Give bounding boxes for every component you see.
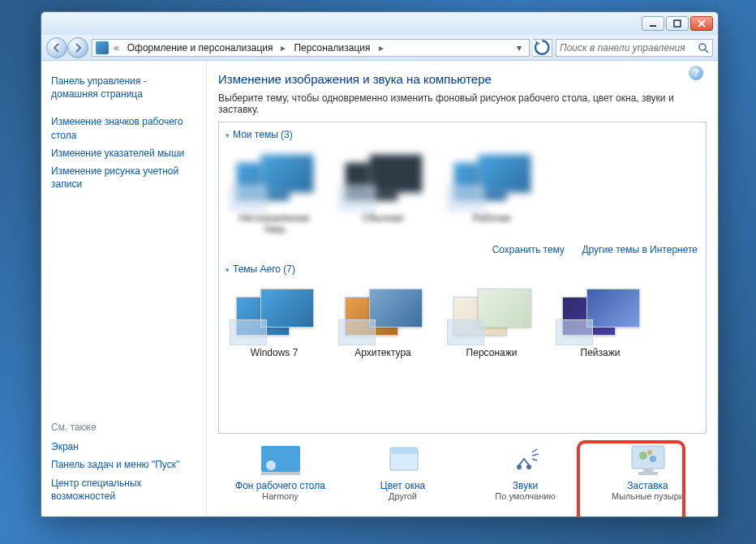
svg-point-12 — [650, 456, 656, 462]
control-panel-home-link[interactable]: Панель управления -домашняя страница — [51, 72, 196, 103]
svg-rect-5 — [261, 472, 300, 475]
see-also-heading: См. также — [51, 422, 196, 433]
svg-point-13 — [647, 450, 652, 455]
bottom-settings-bar: Фон рабочего стола Harmony Цвет окна Дру… — [218, 434, 718, 510]
color-icon — [380, 443, 426, 478]
titlebar — [41, 12, 718, 35]
theme-label: Персонажи — [466, 347, 518, 358]
sublabel: Harmony — [262, 491, 299, 501]
address-dropdown[interactable]: ▾ — [513, 42, 526, 54]
theme-label: Архитектура — [354, 347, 411, 358]
online-themes-link[interactable]: Другие темы в Интернете — [582, 244, 698, 255]
svg-rect-7 — [390, 448, 418, 454]
theme-label: Обычная — [363, 212, 404, 224]
svg-point-11 — [639, 452, 647, 460]
change-desktop-icons-link[interactable]: Изменение значков рабочегостола — [51, 113, 196, 143]
my-themes-header[interactable]: Мои темы (3) — [226, 129, 699, 140]
svg-point-9 — [526, 465, 531, 469]
aero-themes-header[interactable]: Темы Aero (7) — [226, 263, 699, 275]
label: Звуки — [513, 480, 538, 491]
theme-landscapes[interactable]: Пейзажи — [552, 278, 649, 362]
page-description: Выберите тему, чтобы одновременно измени… — [218, 92, 718, 115]
themes-listbox[interactable]: Мои темы (3) Несохраненная тема Обычная … — [218, 122, 707, 434]
svg-rect-1 — [674, 20, 681, 27]
help-icon[interactable]: ? — [689, 66, 703, 80]
theme-item[interactable]: Рабочая — [443, 143, 540, 239]
refresh-button[interactable] — [533, 39, 552, 57]
breadcrumb-prefix: « — [112, 42, 121, 54]
svg-point-2 — [699, 44, 706, 50]
theme-label: Пейзажи — [581, 347, 621, 358]
change-account-picture-link[interactable]: Изменение рисунка учетнойзаписи — [51, 162, 196, 193]
wallpaper-icon — [258, 443, 303, 478]
screensaver-icon — [625, 443, 671, 478]
theme-item[interactable]: Обычная — [334, 143, 432, 239]
maximize-button[interactable] — [666, 16, 689, 31]
ease-of-access-link[interactable]: Центр специальныхвозможностей — [51, 474, 196, 505]
minimize-button[interactable] — [642, 16, 664, 31]
save-theme-link[interactable]: Сохранить тему — [492, 244, 565, 255]
left-nav: Панель управления -домашняя страница Изм… — [41, 61, 207, 516]
sublabel: Мыльные пузыри — [612, 491, 684, 501]
content-pane: ? Изменение изображения и звука на компь… — [207, 61, 718, 516]
svg-rect-0 — [650, 25, 656, 27]
theme-label: Рабочая — [473, 212, 511, 224]
search-box[interactable] — [556, 39, 713, 57]
svg-point-4 — [266, 460, 276, 470]
theme-label: Несохраненная тема — [230, 212, 319, 235]
theme-item[interactable]: Несохраненная тема — [226, 143, 323, 239]
theme-label: Windows 7 — [251, 347, 299, 358]
window-color-button[interactable]: Цвет окна Другой — [344, 439, 462, 505]
sound-icon — [503, 443, 548, 478]
explorer-window: « Оформление и персонализация ▸ Персонал… — [41, 11, 719, 517]
back-button[interactable] — [46, 37, 67, 58]
forward-button[interactable] — [67, 37, 88, 58]
svg-rect-10 — [632, 446, 664, 469]
search-input[interactable] — [560, 42, 698, 54]
label: Заставка — [627, 480, 668, 491]
svg-rect-15 — [638, 472, 658, 475]
control-panel-icon — [96, 41, 109, 54]
theme-architecture[interactable]: Архитектура — [334, 278, 432, 362]
theme-characters[interactable]: Персонажи — [443, 278, 540, 362]
screensaver-button[interactable]: Заставка Мыльные пузыри — [589, 439, 707, 505]
change-mouse-pointers-link[interactable]: Изменение указателей мыши — [51, 144, 196, 162]
close-button[interactable] — [690, 16, 713, 31]
desktop-background-button[interactable]: Фон рабочего стола Harmony — [221, 439, 339, 505]
label: Фон рабочего стола — [235, 480, 325, 491]
svg-rect-14 — [643, 469, 653, 472]
display-link[interactable]: Экран — [51, 438, 196, 456]
address-bar[interactable]: « Оформление и персонализация ▸ Персонал… — [92, 39, 530, 57]
label: Цвет окна — [380, 480, 425, 491]
sublabel: По умолчанию — [495, 491, 555, 501]
page-heading: Изменение изображения и звука на компьют… — [218, 72, 718, 86]
toolbar: « Оформление и персонализация ▸ Персонал… — [41, 35, 718, 61]
search-icon — [698, 42, 709, 54]
theme-windows7[interactable]: Windows 7 — [226, 278, 323, 362]
svg-point-8 — [517, 465, 522, 469]
sublabel: Другой — [389, 491, 417, 501]
sounds-button[interactable]: Звуки По умолчанию — [466, 439, 584, 505]
chevron-right-icon: ▸ — [279, 42, 287, 54]
chevron-right-icon: ▸ — [377, 42, 385, 54]
taskbar-start-link[interactable]: Панель задач и меню "Пуск" — [51, 456, 196, 473]
breadcrumb-personalization[interactable]: Персонализация — [290, 41, 373, 54]
breadcrumb-appearance[interactable]: Оформление и персонализация — [124, 41, 277, 54]
